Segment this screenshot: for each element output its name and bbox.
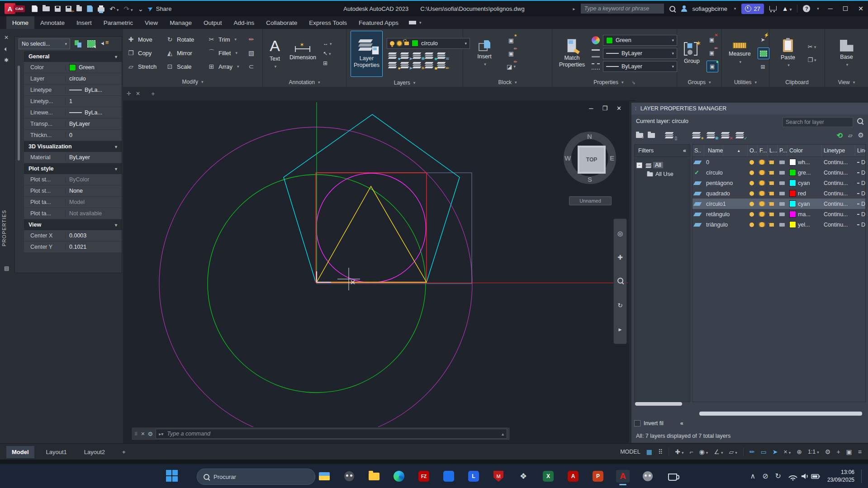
ungroup-button[interactable]: ▣✕ bbox=[707, 34, 717, 45]
create-block-button[interactable]: ▣✶ bbox=[506, 35, 517, 46]
start-button[interactable] bbox=[166, 470, 178, 482]
table-button[interactable]: ⊞ bbox=[323, 60, 332, 66]
trim-button[interactable]: ✂Trim▾ bbox=[208, 36, 247, 43]
taskbar-blue-app-icon[interactable] bbox=[442, 470, 455, 483]
group-button[interactable]: ✶ Group bbox=[681, 31, 702, 76]
open-from-web-icon[interactable] bbox=[76, 6, 82, 11]
linetype-combo[interactable]: ByLayer▾ bbox=[603, 61, 677, 72]
user-avatar-icon[interactable] bbox=[681, 5, 687, 12]
lineweight-combo[interactable]: ByLayer▾ bbox=[603, 48, 677, 59]
prop-row-material[interactable]: MaterialByLayer bbox=[24, 152, 122, 163]
named-views-pill[interactable]: Unnamed bbox=[569, 196, 612, 205]
prop-row-transparency[interactable]: Transp...ByLayer bbox=[24, 118, 122, 130]
layer-row-current[interactable]: ✓ círculo gre... Continu... D bbox=[693, 167, 865, 178]
isolate-objects-icon[interactable]: ▣ bbox=[846, 448, 852, 455]
minimize-button[interactable]: ─ bbox=[828, 5, 833, 12]
layer-off-tool-icon[interactable]: ● bbox=[388, 52, 398, 59]
layer-select-combo[interactable]: círculo ▾ bbox=[387, 38, 470, 49]
edit-attributes-button[interactable]: ◪✏▾ bbox=[506, 61, 517, 72]
prop-row-lineweight[interactable]: Linewe...ByLa... bbox=[24, 107, 122, 118]
qat-customize-icon[interactable]: ⌄ bbox=[138, 5, 144, 12]
trial-days-badge[interactable]: 27 bbox=[741, 4, 764, 14]
layer-match-tool-icon[interactable]: ≋ bbox=[436, 52, 446, 59]
layer-properties-button[interactable]: Layer Properties bbox=[351, 31, 383, 77]
annotation-scale-button[interactable]: 1:1▾ bbox=[808, 449, 819, 455]
command-input[interactable] bbox=[166, 430, 499, 437]
magenta-circle[interactable] bbox=[317, 173, 426, 283]
taskbar-folder-icon[interactable] bbox=[367, 470, 381, 483]
panel-label-properties[interactable]: Properties▾⇘ bbox=[552, 78, 677, 87]
model-tab[interactable]: Model bbox=[6, 446, 34, 458]
plot-icon[interactable] bbox=[98, 7, 104, 12]
show-desktop-button[interactable] bbox=[861, 469, 862, 483]
taskbar-acrobat-icon[interactable]: A bbox=[566, 470, 580, 483]
taskbar-edge-icon[interactable] bbox=[392, 470, 406, 483]
panel-label-clipboard[interactable]: Clipboard bbox=[769, 78, 825, 87]
layer-settings-stack-icon[interactable]: ▱ bbox=[848, 132, 853, 139]
scale-button[interactable]: ⊡Scale bbox=[166, 63, 208, 70]
section-3d-visualization[interactable]: 3D Visualization▾ bbox=[24, 141, 122, 152]
measure-button[interactable]: Measure▾ bbox=[726, 31, 754, 76]
help-icon[interactable]: ? bbox=[803, 5, 810, 12]
delete-layer-icon[interactable]: ✕ bbox=[721, 132, 730, 139]
group-edit-button[interactable]: ▣✏ bbox=[707, 47, 717, 58]
erase-button[interactable]: ✏ bbox=[247, 36, 259, 43]
dimension-button[interactable]: ✶ Dimension bbox=[287, 31, 319, 76]
taskbar-dark-app-icon[interactable] bbox=[342, 470, 356, 483]
layer-search-input[interactable] bbox=[783, 117, 853, 127]
fillet-button[interactable]: ⌒Fillet▾ bbox=[208, 49, 247, 57]
drawing-tab-close-icon[interactable]: ✕ bbox=[136, 90, 140, 97]
doc-restore-icon[interactable]: ❐ bbox=[602, 105, 607, 112]
save-as-icon[interactable] bbox=[66, 6, 71, 12]
quick-select-icon[interactable] bbox=[100, 39, 109, 48]
autodesk-logo-icon[interactable]: ▲▾ bbox=[782, 5, 792, 12]
linetype-icon[interactable] bbox=[592, 63, 600, 70]
filter-tree-all[interactable]: − ✓ All bbox=[636, 161, 688, 170]
base-button[interactable]: Base▾ bbox=[831, 31, 862, 76]
tab-express-tools[interactable]: Express Tools bbox=[303, 16, 353, 29]
filters-scrollbar[interactable] bbox=[635, 402, 682, 406]
select-window-button[interactable] bbox=[758, 47, 769, 59]
command-field[interactable]: ▸▾ ▴ bbox=[156, 429, 507, 439]
polar-tracking-icon[interactable]: ◉▾ bbox=[699, 448, 708, 455]
nav-showmotion-icon[interactable]: ▸ bbox=[618, 326, 621, 333]
nav-pan-icon[interactable]: ✚ bbox=[617, 254, 623, 261]
color-wheel-icon[interactable] bbox=[592, 36, 600, 44]
layer-row[interactable]: triângulo yel... Continu... D bbox=[693, 219, 865, 230]
model-space-canvas[interactable]: ─ ❐ ✕ N E S W TOP Unnamed ◎ ✚ ↻ ▸ ⠿ ✕ ⚙ … bbox=[123, 100, 629, 443]
layer-row[interactable]: 0 wh... Continu... D bbox=[693, 157, 865, 167]
array-button[interactable]: ⊞Array▾ bbox=[208, 63, 247, 70]
taskbar-clock[interactable]: 13:06 23/09/2025 bbox=[827, 469, 854, 483]
layer-states-icon[interactable]: ▯ bbox=[664, 132, 674, 139]
palette-dock-icon[interactable]: ▤ bbox=[4, 265, 9, 271]
palette-scrollbar[interactable] bbox=[18, 66, 20, 161]
prop-row-plot-style[interactable]: Plot st...ByColor bbox=[24, 174, 122, 185]
tab-addins[interactable]: Add-ins bbox=[228, 16, 260, 29]
prop-row-center-y[interactable]: Center Y0.1021 bbox=[24, 242, 122, 253]
ortho-icon[interactable]: ⌐ bbox=[689, 448, 693, 455]
panel-label-annotation[interactable]: Annotation▾ bbox=[263, 78, 346, 87]
layer-unlock-tool-icon[interactable]: ■ bbox=[424, 62, 434, 69]
viewcube-top-face[interactable]: TOP bbox=[578, 146, 606, 174]
ribbon-options-button[interactable]: ▾ bbox=[404, 16, 426, 29]
snap-toggle-icon[interactable]: ⠿ bbox=[658, 448, 663, 455]
settings-gear-icon[interactable]: ⚙ bbox=[858, 131, 864, 139]
rectangle-shape[interactable] bbox=[317, 173, 472, 284]
new-layer-icon[interactable]: ✶ bbox=[692, 132, 702, 139]
model-space-toggle[interactable]: MODEL bbox=[620, 449, 640, 455]
panel-label-block[interactable]: Block▾ bbox=[463, 78, 552, 87]
taskbar-autocad-icon[interactable]: A bbox=[616, 470, 630, 483]
linear-dim-button[interactable]: ↔▾ bbox=[323, 40, 332, 47]
osnap-tracking-icon[interactable]: ▱▾ bbox=[729, 448, 737, 455]
yellow-triangle[interactable] bbox=[317, 186, 427, 282]
new-layout-button[interactable]: + bbox=[117, 446, 131, 458]
3d-osnap-icon[interactable]: ×▾ bbox=[783, 448, 791, 455]
prop-row-center-x[interactable]: Center X0.0003 bbox=[24, 230, 122, 242]
doc-minimize-icon[interactable]: ─ bbox=[589, 105, 593, 112]
mirror-button[interactable]: ◭Mirror bbox=[166, 49, 208, 57]
user-menu-chevron-icon[interactable]: ▾ bbox=[734, 6, 736, 11]
new-property-filter-icon[interactable]: ▼ bbox=[636, 133, 643, 138]
prop-row-plot-table-attached[interactable]: Plot ta...Model bbox=[24, 197, 122, 208]
tray-hidden-icons-chevron[interactable]: ∧ bbox=[750, 472, 755, 480]
layout2-tab[interactable]: Layout2 bbox=[79, 446, 110, 458]
